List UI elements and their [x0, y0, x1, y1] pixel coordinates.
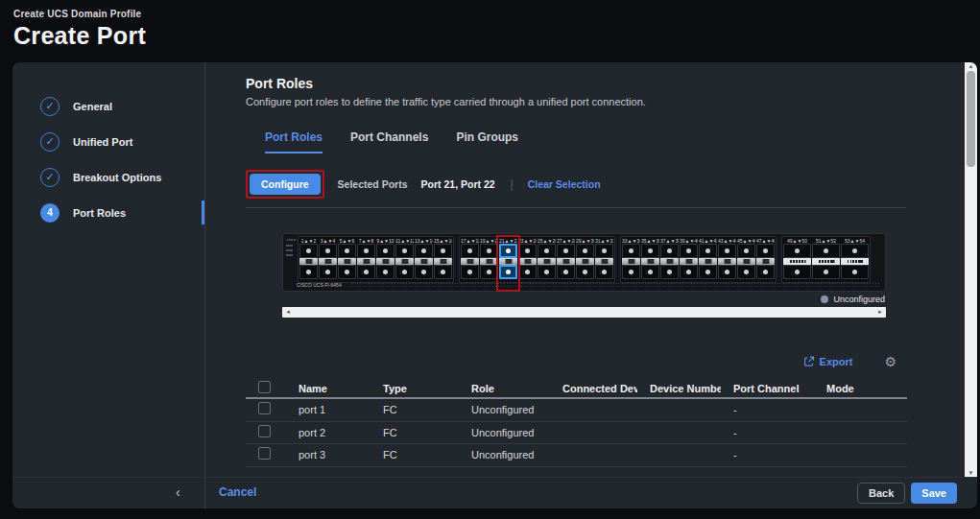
port-52[interactable]	[812, 265, 840, 279]
port-pair-49-50[interactable]: 49▲▼50	[783, 238, 811, 281]
port-44[interactable]	[718, 265, 736, 279]
port-12[interactable]	[395, 265, 414, 279]
port-pair-21-22[interactable]: 21▲▼22	[499, 238, 517, 281]
content-vertical-scrollbar[interactable]: ▲ ▼	[965, 62, 977, 477]
port-26[interactable]	[538, 265, 556, 279]
port-9[interactable]	[376, 244, 394, 258]
port-pair-35-36[interactable]: 35▲▼36	[641, 238, 659, 281]
port-14[interactable]	[415, 265, 433, 279]
port-18[interactable]	[461, 265, 479, 279]
port-pair-53-54[interactable]: 53▲▼54	[841, 238, 869, 281]
port-pair-19-20[interactable]: 19▲▼20	[480, 238, 498, 281]
scroll-right-icon[interactable]: ►	[874, 307, 886, 318]
port-pair-43-44[interactable]: 43▲▼44	[718, 238, 736, 281]
diagram-horizontal-scrollbar[interactable]: ◄ ►	[282, 307, 886, 318]
port-2[interactable]	[299, 265, 318, 279]
port-46[interactable]	[737, 265, 755, 279]
port-pair-15-16[interactable]: 15▲▼16	[434, 238, 452, 281]
port-43[interactable]	[718, 244, 736, 258]
port-48[interactable]	[756, 265, 775, 279]
port-5[interactable]	[338, 244, 356, 258]
column-header[interactable]: Mode	[814, 383, 907, 394]
port-pair-23-24[interactable]: 23▲▼24	[518, 238, 537, 281]
port-30[interactable]	[576, 265, 594, 279]
configure-button[interactable]: Configure	[250, 174, 321, 195]
port-22[interactable]	[499, 265, 517, 279]
port-19[interactable]	[480, 244, 498, 258]
step-unified-port[interactable]: ✓ Unified Port	[12, 124, 204, 159]
port-pair-29-30[interactable]: 29▲▼30	[576, 238, 594, 281]
port-31[interactable]	[595, 244, 613, 258]
port-pair-11-12[interactable]: 11▲▼12	[395, 238, 414, 281]
port-21[interactable]	[499, 244, 517, 258]
port-6[interactable]	[338, 265, 356, 279]
export-button[interactable]: Export	[803, 356, 853, 367]
port-33[interactable]	[622, 244, 640, 258]
column-header[interactable]: Device Number	[637, 383, 721, 394]
port-7[interactable]	[357, 244, 375, 258]
port-pair-31-32[interactable]: 31▲▼32	[595, 238, 613, 281]
row-checkbox[interactable]	[258, 447, 271, 460]
column-header[interactable]: Role	[459, 383, 550, 394]
port-49[interactable]	[783, 244, 811, 258]
port-pair-47-48[interactable]: 47▲▼48	[756, 238, 775, 281]
row-checkbox[interactable]	[258, 402, 271, 414]
port-25[interactable]	[538, 244, 556, 258]
column-header[interactable]: Type	[370, 383, 459, 394]
tab-port-roles[interactable]: Port Roles	[265, 130, 323, 153]
table-settings-gear-icon[interactable]: ⚙	[884, 355, 896, 368]
tab-pin-groups[interactable]: Pin Groups	[456, 130, 518, 153]
port-pair-45-46[interactable]: 45▲▼46	[737, 238, 755, 281]
scroll-down-icon[interactable]: ▼	[965, 470, 977, 476]
port-38[interactable]	[660, 265, 679, 279]
port-pair-25-26[interactable]: 25▲▼26	[538, 238, 556, 281]
port-15[interactable]	[434, 244, 452, 258]
row-checkbox[interactable]	[258, 425, 271, 437]
save-button[interactable]: Save	[911, 483, 957, 504]
port-pair-5-6[interactable]: 5▲▼6	[338, 238, 356, 281]
port-1[interactable]	[299, 244, 318, 258]
port-50[interactable]	[783, 265, 811, 279]
port-pair-51-52[interactable]: 51▲▼52	[812, 238, 840, 281]
port-32[interactable]	[595, 265, 613, 279]
column-header[interactable]: Connected Devic...	[550, 383, 637, 394]
clear-selection-link[interactable]: Clear Selection	[528, 178, 601, 190]
port-pair-1-2[interactable]: 1▲▼2	[299, 238, 318, 281]
port-pair-41-42[interactable]: 41▲▼42	[699, 238, 717, 281]
port-pair-7-8[interactable]: 7▲▼8	[357, 238, 375, 281]
port-16[interactable]	[434, 265, 452, 279]
port-41[interactable]	[699, 244, 717, 258]
port-11[interactable]	[395, 244, 414, 258]
port-51[interactable]	[812, 244, 840, 258]
port-39[interactable]	[680, 244, 698, 258]
port-20[interactable]	[480, 265, 498, 279]
tab-port-channels[interactable]: Port Channels	[350, 130, 428, 153]
port-35[interactable]	[641, 244, 659, 258]
port-17[interactable]	[461, 244, 479, 258]
cancel-button[interactable]: Cancel	[219, 485, 256, 499]
scroll-left-icon[interactable]: ◄	[282, 307, 294, 318]
step-breakout-options[interactable]: ✓ Breakout Options	[12, 159, 204, 195]
port-8[interactable]	[357, 265, 375, 279]
step-port-roles[interactable]: 4 Port Roles	[12, 195, 204, 230]
port-pair-37-38[interactable]: 37▲▼38	[660, 238, 679, 281]
port-36[interactable]	[641, 265, 659, 279]
port-pair-33-34[interactable]: 33▲▼34	[622, 238, 640, 281]
port-28[interactable]	[557, 265, 575, 279]
port-10[interactable]	[376, 265, 394, 279]
port-pair-27-28[interactable]: 27▲▼28	[557, 238, 575, 281]
port-pair-17-18[interactable]: 17▲▼18	[461, 238, 479, 281]
port-34[interactable]	[622, 265, 640, 279]
port-54[interactable]	[841, 265, 869, 279]
port-24[interactable]	[518, 265, 537, 279]
select-all-checkbox[interactable]	[258, 381, 271, 393]
port-pair-3-4[interactable]: 3▲▼4	[319, 238, 337, 281]
port-37[interactable]	[660, 244, 679, 258]
port-pair-39-40[interactable]: 39▲▼40	[680, 238, 698, 281]
port-42[interactable]	[699, 265, 717, 279]
port-29[interactable]	[576, 244, 594, 258]
column-header[interactable]: Name	[286, 383, 370, 394]
port-pair-9-10[interactable]: 9▲▼10	[376, 238, 394, 281]
port-23[interactable]	[518, 244, 537, 258]
port-47[interactable]	[756, 244, 775, 258]
